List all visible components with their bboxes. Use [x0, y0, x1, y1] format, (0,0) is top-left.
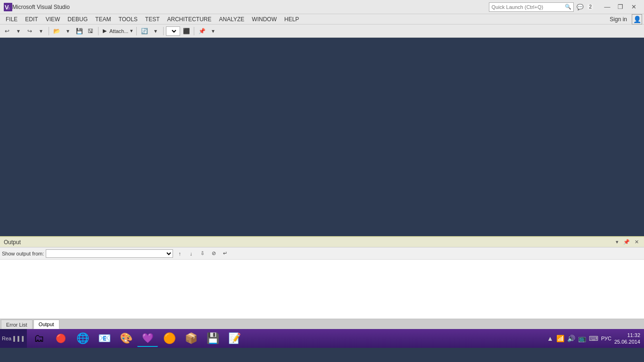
tray-volume-icon[interactable]: 🔊: [567, 335, 575, 342]
menu-file[interactable]: FILE: [2, 14, 21, 25]
nav-btn[interactable]: ⬛: [181, 26, 191, 36]
save-all-button[interactable]: 🖫: [85, 26, 96, 36]
taskbar-app-7[interactable]: 📦: [181, 330, 201, 347]
undo-dropdown[interactable]: ▾: [13, 26, 24, 36]
menu-test[interactable]: TEST: [141, 14, 164, 25]
output-panel-controls: ▾ 📌 ✕: [614, 239, 640, 246]
taskbar-app-ie[interactable]: 🌐: [72, 330, 93, 347]
menu-view[interactable]: VIEW: [42, 14, 64, 25]
taskbar-apps: 🗂 🔴 🌐 📧 🎨 💜 🟠 📦 💾 📝: [27, 330, 543, 347]
main-editor-area: [0, 38, 644, 236]
sign-in-area: Sign in 👤: [607, 14, 642, 25]
output-clear-button[interactable]: ⊘: [209, 249, 218, 258]
attach-button[interactable]: ▶ Attach... ▾: [101, 27, 134, 35]
signal-bar-2: ▌: [17, 336, 21, 341]
vs-taskbar-icon: 💜: [142, 333, 154, 343]
word-icon: 📝: [228, 333, 241, 344]
menu-architecture[interactable]: ARCHITECTURE: [164, 14, 215, 25]
taskbar-app-outlook[interactable]: 📧: [94, 330, 115, 347]
close-button[interactable]: ✕: [627, 0, 640, 14]
output-pin-button[interactable]: 📌: [622, 239, 631, 246]
tab-output[interactable]: Output: [33, 320, 59, 329]
signal-bar-1: ▌: [13, 336, 17, 341]
output-source-dropdown[interactable]: Build Debug Source Control: [46, 250, 173, 257]
tray-display-icon[interactable]: 📺: [578, 335, 586, 342]
taskbar-mini-icons: ▌ ▌ ▌: [13, 336, 25, 341]
output-scroll-up-button[interactable]: ↑: [175, 249, 184, 258]
taskbar-app-8[interactable]: 💾: [202, 330, 223, 347]
output-panel: Output ▾ 📌 ✕ Show output from: Build Deb…: [0, 236, 644, 319]
taskbar-status-area: Rea ▌ ▌ ▌: [0, 329, 27, 348]
taskbar-app-paint[interactable]: 🎨: [116, 330, 136, 347]
output-wordwrap-button[interactable]: ↵: [220, 249, 230, 258]
outlook-icon: 📧: [98, 333, 111, 344]
vs-logo-icon: V S: [4, 3, 12, 11]
chrome-icon: 🟠: [163, 333, 176, 344]
tab-error-list[interactable]: Error List: [1, 320, 33, 329]
open-file-button[interactable]: 📂: [51, 26, 62, 36]
notification-badge: 2: [587, 4, 593, 9]
refresh-button[interactable]: 🔄: [139, 26, 149, 36]
refresh-dropdown[interactable]: ▾: [150, 26, 161, 36]
taskbar-app-vs[interactable]: 💜: [137, 330, 158, 347]
minimize-button[interactable]: —: [601, 0, 614, 14]
notification-icon[interactable]: 💬: [577, 4, 584, 10]
menu-tools[interactable]: TOOLS: [115, 14, 141, 25]
output-toolbar: Show output from: Build Debug Source Con…: [0, 247, 644, 260]
quick-launch-input[interactable]: [491, 4, 565, 10]
window-controls: — ❐ ✕: [601, 0, 640, 14]
output-source-select[interactable]: Build Debug Source Control: [46, 249, 173, 258]
nav-select[interactable]: [168, 28, 178, 34]
menu-team[interactable]: TEAM: [91, 14, 115, 25]
signal-bar-3: ▌: [22, 336, 25, 341]
output-scroll-down-button[interactable]: ↓: [186, 249, 196, 258]
windows-taskbar: Rea ▌ ▌ ▌ 🗂 🔴 🌐 📧 🎨 💜 🟠 📦: [0, 329, 644, 348]
taskbar-app-chrome[interactable]: 🟠: [159, 330, 180, 347]
pin-button[interactable]: 📌: [197, 26, 207, 36]
menu-edit[interactable]: EDIT: [21, 14, 41, 25]
open-dropdown[interactable]: ▾: [63, 26, 73, 36]
tray-expand-icon[interactable]: ▲: [547, 335, 553, 342]
tray-keyboard-icon[interactable]: ⌨: [589, 335, 598, 342]
toolbar-separator-1: [49, 27, 49, 35]
bottom-tabs: Error List Output: [0, 319, 644, 329]
output-close-button[interactable]: ✕: [633, 239, 640, 246]
taskbar-app-word[interactable]: 📝: [224, 330, 245, 347]
save-button[interactable]: 💾: [74, 26, 84, 36]
toolbar-separator-3: [136, 27, 137, 35]
output-panel-title: Output: [4, 239, 614, 246]
quick-launch-box[interactable]: 🔍: [489, 2, 574, 12]
redo-dropdown[interactable]: ▾: [36, 26, 46, 36]
menu-analyze[interactable]: ANALYZE: [215, 14, 248, 25]
menu-window[interactable]: WINDOW: [248, 14, 281, 25]
taskbar-app-2[interactable]: 🔴: [50, 330, 71, 347]
menu-bar: FILE EDIT VIEW DEBUG TEAM TOOLS TEST ARC…: [0, 14, 644, 25]
output-title-bar: Output ▾ 📌 ✕: [0, 237, 644, 247]
restore-button[interactable]: ❐: [614, 0, 627, 14]
toolbar: ↩ ▾ ↪ ▾ 📂 ▾ 💾 🖫 ▶ Attach... ▾ 🔄 ▾ ⬛ 📌 ▾: [0, 25, 644, 38]
redo-button[interactable]: ↪: [25, 26, 35, 36]
nav-dropdown[interactable]: [166, 26, 180, 36]
taskbar-app-explorer[interactable]: 🗂: [29, 330, 50, 347]
clock-time: 11:32: [614, 332, 640, 338]
paint-icon: 🎨: [120, 333, 132, 344]
user-account-icon[interactable]: 👤: [632, 14, 642, 25]
system-clock[interactable]: 11:32 25.06.2014: [614, 332, 640, 346]
title-bar: V S Microsoft Visual Studio 🔍 💬 2 — ❐ ✕: [0, 0, 644, 14]
output-scroll-end-button[interactable]: ⇩: [198, 249, 207, 258]
clock-date: 25.06.2014: [614, 338, 640, 345]
explorer-icon: 🗂: [34, 333, 44, 344]
app7-icon: 📦: [185, 333, 198, 344]
pin-dropdown[interactable]: ▾: [208, 26, 218, 36]
output-content-area: [0, 260, 644, 320]
sign-in-button[interactable]: Sign in: [607, 15, 630, 24]
menu-help[interactable]: HELP: [281, 14, 303, 25]
output-dropdown-button[interactable]: ▾: [614, 239, 620, 246]
show-output-from-label: Show output from:: [2, 251, 44, 256]
svg-text:S: S: [8, 6, 10, 10]
undo-button[interactable]: ↩: [2, 26, 12, 36]
menu-debug[interactable]: DEBUG: [64, 14, 91, 25]
tray-network-icon[interactable]: 📶: [556, 335, 564, 342]
language-indicator[interactable]: РУС: [601, 336, 611, 341]
notification-area: 🔍 💬 2: [489, 2, 593, 12]
